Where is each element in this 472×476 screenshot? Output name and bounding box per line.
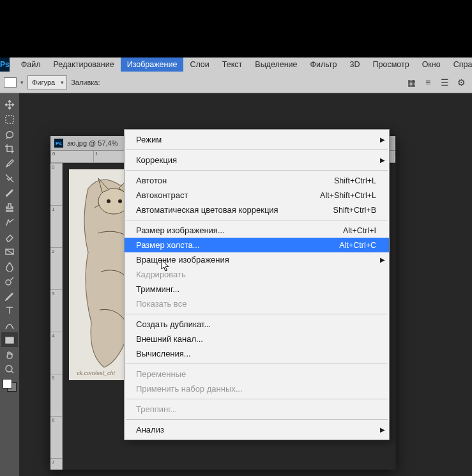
tool-rect[interactable] bbox=[1, 332, 18, 347]
menu-item: Треппинг... bbox=[125, 402, 389, 417]
svg-point-8 bbox=[118, 199, 122, 203]
menu-shortcut: Shift+Ctrl+L bbox=[334, 176, 376, 185]
menu-файл[interactable]: Файл bbox=[15, 58, 47, 72]
align-icon[interactable]: ▦ bbox=[406, 77, 417, 88]
menu-item: Переменные bbox=[125, 367, 389, 381]
menu-item: Показать все bbox=[125, 296, 389, 311]
menu-item-label: Тримминг... bbox=[136, 284, 179, 294]
menu-редактирование[interactable]: Редактирование bbox=[47, 58, 120, 72]
svg-rect-0 bbox=[6, 116, 13, 123]
doc-logo-icon: Ps bbox=[54, 139, 63, 148]
submenu-arrow-icon: ▶ bbox=[380, 256, 385, 263]
menu-фильтр[interactable]: Фильтр bbox=[304, 58, 344, 72]
menu-separator bbox=[126, 399, 388, 399]
menu-слои[interactable]: Слои bbox=[183, 58, 215, 72]
tool-gradient[interactable] bbox=[1, 244, 18, 259]
menu-item[interactable]: Тримминг... bbox=[125, 282, 389, 296]
caret-icon: ▾ bbox=[20, 79, 24, 86]
menu-item[interactable]: Создать дубликат... bbox=[125, 317, 389, 332]
menu-list: ФайлРедактированиеИзображениеСлоиТекстВы… bbox=[15, 58, 472, 72]
shape-mode-dropdown[interactable]: Фигура bbox=[27, 75, 67, 89]
vertical-ruler: 012345678 bbox=[50, 163, 63, 470]
menu-item-label: Треппинг... bbox=[136, 404, 177, 414]
arrange-icon[interactable]: ≡ bbox=[422, 77, 434, 88]
menu-shortcut: Alt+Ctrl+C bbox=[339, 241, 376, 250]
menu-item[interactable]: Коррекция▶ bbox=[125, 153, 389, 167]
fill-label: Заливка: bbox=[71, 79, 100, 86]
image-menu-dropdown: Режим▶Коррекция▶АвтотонShift+Ctrl+LАвток… bbox=[124, 129, 390, 440]
menu-просмотр[interactable]: Просмотр bbox=[367, 58, 416, 72]
menu-окно[interactable]: Окно bbox=[416, 58, 447, 72]
tool-eyedropper[interactable] bbox=[1, 156, 18, 171]
menu-изображение[interactable]: Изображение bbox=[121, 58, 184, 72]
menu-item[interactable]: АвтоконтрастAlt+Shift+Ctrl+L bbox=[125, 188, 389, 203]
menu-item: Кадрировать bbox=[125, 267, 389, 282]
menu-item-label: Режим bbox=[136, 135, 162, 144]
menu-item[interactable]: Автоматическая цветовая коррекцияShift+C… bbox=[125, 203, 389, 217]
menu-item-label: Размер изображения... bbox=[136, 226, 225, 235]
tool-blur[interactable] bbox=[1, 259, 18, 273]
tool-history[interactable] bbox=[1, 215, 18, 229]
menu-separator bbox=[126, 150, 388, 150]
submenu-arrow-icon: ▶ bbox=[380, 157, 385, 164]
menu-item-label: Создать дубликат... bbox=[136, 319, 211, 329]
menu-shortcut: Alt+Shift+Ctrl+L bbox=[320, 191, 376, 200]
tool-lasso[interactable] bbox=[1, 127, 18, 141]
menu-item-label: Кадрировать bbox=[136, 270, 186, 279]
tool-eraser[interactable] bbox=[1, 229, 18, 244]
gear-icon[interactable]: ⚙ bbox=[455, 77, 467, 88]
menu-item-label: Переменные bbox=[136, 369, 186, 379]
menu-item[interactable]: Анализ▶ bbox=[125, 422, 389, 437]
submenu-arrow-icon: ▶ bbox=[380, 426, 385, 433]
menubar: Ps ФайлРедактированиеИзображениеСлоиТекс… bbox=[0, 58, 472, 72]
tool-marquee[interactable] bbox=[1, 112, 18, 127]
menu-item[interactable]: Вращение изображения▶ bbox=[125, 252, 389, 267]
tools-panel bbox=[0, 93, 19, 476]
menu-справка[interactable]: Справка bbox=[447, 58, 472, 72]
svg-rect-3 bbox=[6, 337, 13, 343]
menu-текст[interactable]: Текст bbox=[216, 58, 248, 72]
menu-item-label: Автоматическая цветовая коррекция bbox=[136, 205, 278, 215]
tool-brush[interactable] bbox=[1, 185, 18, 200]
menu-item[interactable]: Режим▶ bbox=[125, 132, 389, 147]
tool-zoom[interactable] bbox=[1, 362, 18, 376]
menu-item[interactable]: АвтотонShift+Ctrl+L bbox=[125, 173, 389, 188]
menu-item-label: Анализ bbox=[136, 425, 164, 434]
menu-item-label: Автоконтраст bbox=[136, 190, 188, 200]
svg-text:vk.com/est_cht: vk.com/est_cht bbox=[77, 370, 116, 376]
menu-item-label: Применить набор данных... bbox=[136, 384, 243, 394]
shape-preview[interactable] bbox=[4, 77, 17, 88]
submenu-arrow-icon: ▶ bbox=[380, 136, 385, 143]
svg-point-4 bbox=[6, 365, 12, 372]
svg-point-2 bbox=[6, 280, 11, 285]
options-right: ▦ ≡ ☰ ⚙ bbox=[406, 77, 472, 88]
tool-heal[interactable] bbox=[1, 171, 18, 185]
menu-выделение[interactable]: Выделение bbox=[248, 58, 303, 72]
menu-item[interactable]: Размер изображения...Alt+Ctrl+I bbox=[125, 223, 389, 238]
app-logo: Ps bbox=[0, 58, 10, 72]
menu-shortcut: Alt+Ctrl+I bbox=[343, 226, 376, 235]
tool-move[interactable] bbox=[1, 97, 18, 112]
tool-path[interactable] bbox=[1, 318, 18, 332]
menu-item-label: Вращение изображения bbox=[136, 255, 229, 265]
menu-3d[interactable]: 3D bbox=[344, 58, 367, 72]
menu-item-label: Коррекция bbox=[136, 155, 177, 165]
menu-item[interactable]: Размер холста...Alt+Ctrl+C bbox=[125, 238, 389, 252]
svg-point-7 bbox=[107, 199, 110, 203]
layers-icon[interactable]: ☰ bbox=[439, 77, 450, 88]
tool-dodge[interactable] bbox=[1, 273, 18, 288]
tool-pen[interactable] bbox=[1, 288, 18, 303]
menu-separator bbox=[126, 314, 388, 314]
menu-separator bbox=[126, 364, 388, 364]
tool-type[interactable] bbox=[1, 303, 18, 318]
tool-stamp[interactable] bbox=[1, 200, 18, 215]
menu-item[interactable]: Внешний канал... bbox=[125, 332, 389, 346]
options-bar: ▾ Фигура Заливка: ▦ ≡ ☰ ⚙ bbox=[0, 72, 472, 93]
tool-hand[interactable] bbox=[1, 347, 18, 362]
menu-item[interactable]: Вычисления... bbox=[125, 346, 389, 361]
color-swatches[interactable] bbox=[3, 379, 17, 392]
document-title: зю.jpg @ 57,4% bbox=[67, 139, 118, 147]
tool-crop[interactable] bbox=[1, 141, 18, 156]
photoshop-window: Ps ФайлРедактированиеИзображениеСлоиТекс… bbox=[0, 58, 472, 476]
menu-item-label: Автотон bbox=[136, 176, 167, 185]
